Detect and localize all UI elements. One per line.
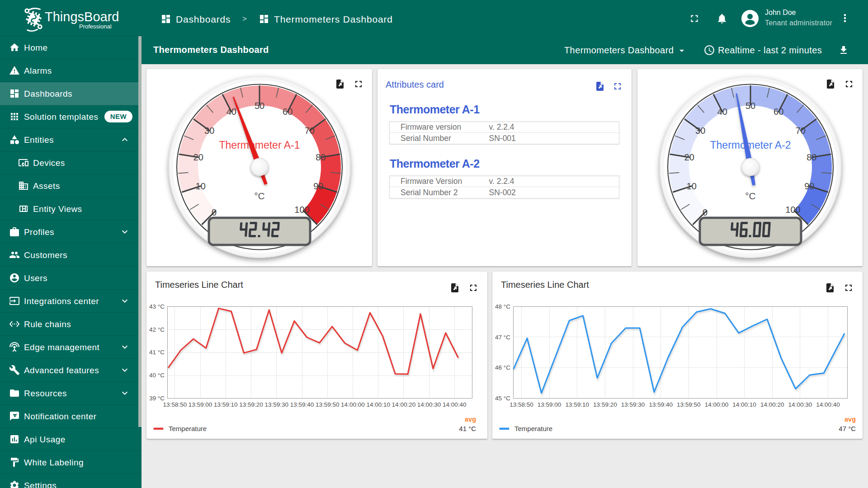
svg-text:41 °C: 41 °C [459, 425, 476, 432]
svg-text:20: 20 [193, 152, 203, 162]
svg-text:14:00:00: 14:00:00 [341, 401, 365, 408]
svg-text:13:59:30: 13:59:30 [621, 401, 645, 408]
svg-text:Thermometer A-1: Thermometer A-1 [219, 139, 300, 151]
svg-text:80: 80 [316, 152, 326, 162]
svg-text:43 °C: 43 °C [149, 303, 165, 310]
svg-text:13:59:40: 13:59:40 [649, 401, 673, 408]
svg-text:Temperature: Temperature [169, 425, 207, 432]
svg-text:10: 10 [196, 181, 206, 191]
svg-text:14:00:40: 14:00:40 [443, 401, 467, 408]
svg-text:14:00:10: 14:00:10 [366, 401, 390, 408]
svg-text:°C: °C [745, 191, 756, 201]
svg-text:14:00:20: 14:00:20 [760, 401, 784, 408]
svg-text:30: 30 [204, 126, 214, 136]
svg-text:13:59:10: 13:59:10 [214, 401, 238, 408]
svg-text:13:59:00: 13:59:00 [189, 401, 212, 408]
svg-text:90: 90 [804, 181, 814, 191]
svg-text:14:00:20: 14:00:20 [392, 401, 416, 408]
svg-text:40 °C: 40 °C [149, 372, 165, 379]
svg-text:14:00:30: 14:00:30 [417, 401, 441, 408]
svg-text:13:59:50: 13:59:50 [677, 401, 701, 408]
svg-text:10: 10 [687, 181, 697, 191]
svg-text:40: 40 [226, 107, 236, 117]
svg-text:13:59:20: 13:59:20 [239, 401, 263, 408]
svg-text:avg: avg [844, 416, 856, 423]
svg-text:46 °C: 46 °C [495, 364, 510, 371]
svg-text:39 °C: 39 °C [149, 395, 165, 402]
svg-text:Thermometer A-2: Thermometer A-2 [710, 139, 791, 151]
svg-text:13:58:50: 13:58:50 [509, 401, 533, 408]
svg-text:50: 50 [745, 101, 755, 111]
svg-text:30: 30 [695, 126, 705, 136]
svg-text:47 °C: 47 °C [495, 334, 510, 341]
svg-text:13:58:50: 13:58:50 [163, 401, 187, 408]
svg-text:47 °C: 47 °C [839, 425, 856, 432]
svg-text:13:59:50: 13:59:50 [316, 401, 340, 408]
svg-text:14:00:00: 14:00:00 [705, 401, 729, 408]
svg-text:100: 100 [785, 205, 800, 215]
svg-text:13:59:10: 13:59:10 [566, 401, 590, 408]
svg-text:avg: avg [465, 416, 476, 423]
svg-text:13:59:00: 13:59:00 [538, 401, 561, 408]
svg-text:60: 60 [774, 107, 783, 117]
svg-text:48 °C: 48 °C [495, 303, 510, 310]
svg-text:90: 90 [313, 181, 323, 191]
svg-text:42 °C: 42 °C [149, 326, 165, 333]
svg-text:0: 0 [212, 207, 217, 217]
svg-text:13:59:20: 13:59:20 [593, 401, 617, 408]
svg-text:60: 60 [283, 107, 292, 117]
svg-text:14:00:30: 14:00:30 [788, 401, 812, 408]
svg-text:100: 100 [294, 205, 309, 215]
svg-text:°C: °C [254, 191, 265, 201]
svg-text:80: 80 [807, 152, 816, 162]
svg-text:Temperature: Temperature [514, 425, 552, 432]
svg-text:13:59:30: 13:59:30 [265, 401, 289, 408]
svg-text:70: 70 [796, 126, 806, 136]
svg-text:41 °C: 41 °C [149, 349, 165, 356]
svg-text:0: 0 [703, 207, 708, 217]
svg-text:45 °C: 45 °C [495, 395, 510, 402]
svg-text:20: 20 [684, 152, 694, 162]
svg-text:14:00:40: 14:00:40 [816, 401, 840, 408]
svg-text:70: 70 [305, 126, 315, 136]
svg-text:14:00:10: 14:00:10 [732, 401, 756, 408]
svg-text:13:59:40: 13:59:40 [290, 401, 314, 408]
svg-text:40: 40 [717, 107, 727, 117]
svg-text:50: 50 [255, 101, 264, 111]
